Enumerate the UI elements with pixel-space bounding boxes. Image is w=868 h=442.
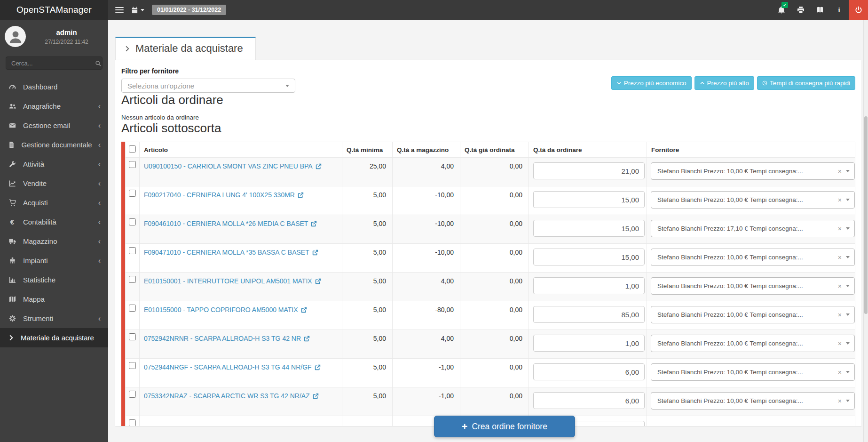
sidebar-item-vendite[interactable]: Vendite ‹ xyxy=(0,174,108,193)
power-icon xyxy=(855,6,862,14)
article-link[interactable]: U090100150 - CARRIOLA SMONT VAS ZINC PNE… xyxy=(144,162,322,170)
sort-highest-price-button[interactable]: Prezzo più alto xyxy=(694,76,754,90)
sort-fastest-delivery-button[interactable]: Tempi di consegna più rapidi xyxy=(757,76,855,90)
supplier-select[interactable]: Stefano Bianchi Prezzo: 17,10 € Tempi co… xyxy=(651,220,855,237)
qty-min-cell: 5,00 xyxy=(342,244,393,273)
search-input[interactable] xyxy=(10,59,95,67)
date-range-badge[interactable]: 01/01/2022 - 31/12/2022 xyxy=(152,5,226,15)
clear-selection-icon[interactable]: × xyxy=(838,196,842,204)
section-title-understock: Articoli sottoscorta xyxy=(121,121,855,136)
supplier-select[interactable]: Stefano Bianchi Prezzo: 10,00 € Tempi co… xyxy=(651,191,855,209)
date-filter-toggle[interactable] xyxy=(131,7,144,14)
main-content: Materiale da acquistare Filtro per forni… xyxy=(108,20,868,442)
supplier-select[interactable]: Stefano Bianchi Prezzo: 10,00 € Tempi co… xyxy=(651,249,855,266)
sidebar-item-magazzino[interactable]: Magazzino ‹ xyxy=(0,232,108,251)
sidebar-item-materiale-da-acquistare[interactable]: Materiale da acquistare ‹ xyxy=(0,328,108,347)
chevron-left-icon: ‹ xyxy=(98,143,101,147)
supplier-select[interactable]: Stefano Bianchi Prezzo: 10,00 € Tempi co… xyxy=(651,277,855,295)
row-checkbox[interactable] xyxy=(129,247,136,254)
app-logo[interactable]: OpenSTAManager xyxy=(0,0,108,20)
row-checkbox[interactable] xyxy=(129,305,136,312)
qty-to-order-input[interactable] xyxy=(533,392,645,409)
clear-selection-icon[interactable]: × xyxy=(838,168,842,175)
qty-to-order-input[interactable] xyxy=(533,162,645,179)
clear-selection-icon[interactable]: × xyxy=(838,254,842,261)
docs-button[interactable] xyxy=(810,0,829,20)
envelope-icon xyxy=(8,122,17,129)
clear-selection-icon[interactable]: × xyxy=(838,340,842,347)
qty-to-order-input[interactable] xyxy=(533,249,645,265)
external-link-icon xyxy=(316,163,322,169)
qty-to-order-input[interactable] xyxy=(533,363,645,380)
calendar-icon xyxy=(131,7,138,14)
chart-line-icon xyxy=(8,180,17,187)
col-header-qta-ordinata: Q.tà già ordinata xyxy=(460,142,529,158)
avatar[interactable] xyxy=(5,26,26,47)
chevron-down-icon xyxy=(846,342,850,345)
sidebar-item-gestione-email[interactable]: Gestione email ‹ xyxy=(0,116,108,135)
sort-cheapest-button[interactable]: Prezzo più economico xyxy=(611,76,692,90)
article-link[interactable]: 0752942NRNR - SCARPA ALLROAD-H S3 TG 42 … xyxy=(144,335,310,342)
logout-button[interactable] xyxy=(849,0,868,20)
row-checkbox[interactable] xyxy=(129,333,136,340)
qty-to-order-input[interactable] xyxy=(533,335,645,352)
sidebar-item-mappa[interactable]: Mappa ‹ xyxy=(0,289,108,309)
info-button[interactable]: i xyxy=(829,0,849,20)
page-scrollbar[interactable] xyxy=(863,20,868,442)
article-link[interactable]: E010155000 - TAPPO COPRIFORO AM5000 MATI… xyxy=(144,306,307,313)
clear-selection-icon[interactable]: × xyxy=(838,282,842,290)
table-row: F090471010 - CERNIERA MOLLA *35 BASSA C … xyxy=(126,244,855,273)
create-supplier-order-button[interactable]: + Crea ordine fornitore xyxy=(434,416,575,437)
article-link[interactable]: 0752944NRGF - SCARPA ALLROAD-H S3 TG 44 … xyxy=(144,363,321,371)
article-link[interactable]: F090471010 - CERNIERA MOLLA *35 BASSA C … xyxy=(144,249,318,256)
supplier-select[interactable]: Stefano Bianchi Prezzo: 10,00 € Tempi co… xyxy=(651,162,855,180)
clear-selection-icon[interactable]: × xyxy=(838,311,842,319)
supplier-select[interactable]: Stefano Bianchi Prezzo: 10,00 € Tempi co… xyxy=(651,335,855,352)
to-order-empty-note: Nessun articolo da ordinare xyxy=(121,114,855,121)
sidebar-item-anagrafiche[interactable]: Anagrafiche ‹ xyxy=(0,96,108,116)
article-link[interactable]: 0753342NRAZ - SCARPA ARCTIC WR S3 TG 42 … xyxy=(144,392,319,400)
book-icon xyxy=(816,6,824,14)
clear-selection-icon[interactable]: × xyxy=(838,369,842,376)
scrollbar-thumb[interactable] xyxy=(864,116,868,314)
file-icon xyxy=(8,141,16,148)
article-link[interactable]: E010150001 - INTERRUTTORE UNIPOL AM5001 … xyxy=(144,277,321,285)
supplier-filter-select[interactable]: Seleziona un'opzione xyxy=(121,79,295,93)
angle-right-icon xyxy=(8,334,15,341)
row-checkbox[interactable] xyxy=(129,190,136,197)
sidebar-item-dashboard[interactable]: Dashboard ‹ xyxy=(0,77,108,96)
sidebar-item-impianti[interactable]: Impianti ‹ xyxy=(0,251,108,270)
sidebar-item-contabilita[interactable]: € Contabilità ‹ xyxy=(0,212,108,232)
sidebar-item-gestione-documentale[interactable]: Gestione documentale ‹ xyxy=(0,135,108,154)
print-button[interactable] xyxy=(791,0,810,20)
sidebar-toggle-icon[interactable] xyxy=(115,7,124,13)
row-checkbox[interactable] xyxy=(129,276,136,283)
qty-to-order-input[interactable] xyxy=(533,191,645,208)
tab-materiale-da-acquistare[interactable]: Materiale da acquistare xyxy=(115,37,256,60)
row-checkbox[interactable] xyxy=(129,391,136,398)
supplier-select[interactable]: Stefano Bianchi Prezzo: 10,00 € Tempi co… xyxy=(651,306,855,323)
qty-ordered-cell: 0,00 xyxy=(460,158,529,186)
article-link[interactable]: F090461010 - CERNIERA MOLLA *26 MEDIA C … xyxy=(144,220,317,227)
row-checkbox[interactable] xyxy=(129,218,136,225)
notifications-button[interactable]: ✓ xyxy=(772,0,791,20)
supplier-select[interactable]: Stefano Bianchi Prezzo: 10,00 € Tempi co… xyxy=(651,363,855,381)
qty-to-order-input[interactable] xyxy=(533,306,645,323)
sidebar-item-strumenti[interactable]: Strumenti ‹ xyxy=(0,309,108,328)
row-checkbox[interactable] xyxy=(129,419,136,426)
sidebar-item-attivita[interactable]: Attività ‹ xyxy=(0,154,108,174)
clear-selection-icon[interactable]: × xyxy=(838,225,842,233)
row-checkbox[interactable] xyxy=(129,161,136,168)
sidebar-item-statistiche[interactable]: Statistiche ‹ xyxy=(0,270,108,289)
qty-to-order-input[interactable] xyxy=(533,277,645,294)
article-link[interactable]: F090217040 - CERNIERA LUNG 4' 100X25 330… xyxy=(144,191,304,199)
row-checkbox[interactable] xyxy=(129,362,136,369)
table-row: E010150001 - INTERRUTTORE UNIPOL AM5001 … xyxy=(126,273,855,301)
search-icon[interactable] xyxy=(95,60,101,66)
chevron-down-icon xyxy=(285,85,289,87)
sidebar-item-acquisti[interactable]: Acquisti ‹ xyxy=(0,193,108,212)
qty-to-order-input[interactable] xyxy=(533,220,645,237)
select-all-checkbox[interactable] xyxy=(129,145,136,153)
clear-selection-icon[interactable]: × xyxy=(838,397,842,405)
supplier-select[interactable]: Stefano Bianchi Prezzo: 10,00 € Tempi co… xyxy=(651,392,855,410)
